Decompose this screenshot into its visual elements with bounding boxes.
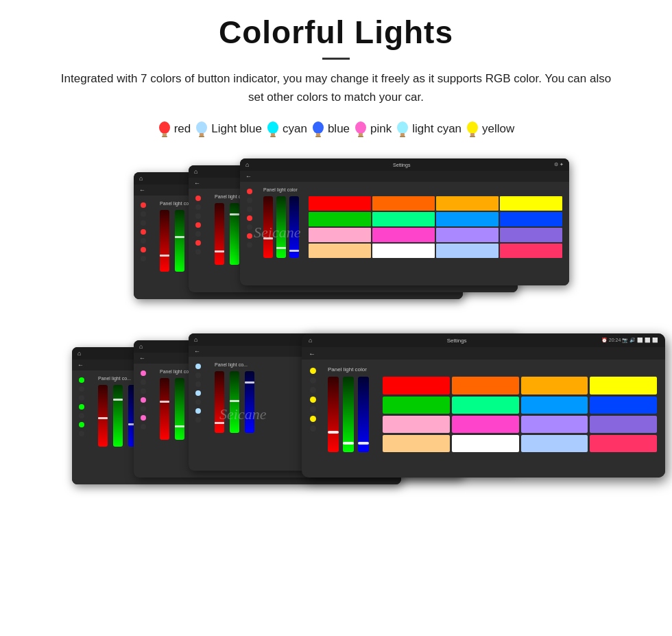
- device-3: ⌂ Settings ⚙ ✦ ← Panel light color: [240, 158, 569, 285]
- color-label-cyan: cyan: [283, 122, 307, 136]
- page-container: Colorful Lights Integrated with 7 colors…: [0, 0, 672, 529]
- svg-rect-16: [400, 133, 405, 136]
- description-text: Integrated with 7 colors of button indic…: [55, 69, 617, 106]
- page-title: Colorful Lights: [27, 14, 645, 51]
- color-item-lightblue: Light blue: [195, 120, 262, 138]
- svg-rect-10: [316, 133, 320, 136]
- svg-point-6: [267, 121, 278, 134]
- top-device-group: ⌂ Settings ⚙ ✦ ← Panel li: [27, 158, 590, 327]
- svg-rect-13: [359, 133, 363, 136]
- bulb-icon-pink: [354, 120, 368, 138]
- title-divider: [322, 58, 350, 60]
- svg-rect-1: [163, 133, 167, 136]
- svg-rect-11: [315, 136, 321, 137]
- color-label-yellow: yellow: [482, 122, 514, 136]
- svg-rect-5: [199, 136, 204, 137]
- svg-rect-7: [271, 133, 275, 136]
- color-label-red: red: [174, 122, 191, 136]
- svg-rect-8: [270, 136, 276, 137]
- bulb-icon-cyan: [266, 120, 280, 138]
- svg-rect-14: [358, 136, 363, 137]
- color-item-pink: pink: [354, 120, 392, 138]
- svg-point-3: [196, 121, 207, 134]
- color-item-yellow: yellow: [466, 120, 514, 138]
- bottom-device-group: ⌂ Settings ⚙ ✦ ← Panel light co...: [27, 333, 590, 502]
- svg-rect-2: [162, 136, 167, 137]
- bulb-icon-lightcyan: [396, 120, 409, 138]
- svg-rect-20: [470, 136, 475, 137]
- color-label-lightblue: Light blue: [211, 122, 262, 136]
- color-row: red Light blue cyan: [27, 120, 645, 138]
- svg-point-18: [467, 121, 478, 134]
- device-8: ⌂ Settings ⏰ 20:24 📷 🔊 ⬜ ⬜ ⬜ ← P: [302, 333, 665, 478]
- color-item-blue: blue: [311, 120, 350, 138]
- bulb-icon-lightblue: [195, 120, 208, 138]
- color-label-blue: blue: [328, 122, 350, 136]
- bulb-icon-blue: [311, 120, 325, 138]
- bulb-icon-red: [158, 120, 171, 138]
- svg-point-15: [397, 121, 408, 134]
- svg-point-12: [355, 121, 366, 134]
- color-item-lightcyan: light cyan: [396, 120, 461, 138]
- svg-point-0: [159, 121, 170, 134]
- color-label-lightcyan: light cyan: [412, 122, 461, 136]
- color-label-pink: pink: [370, 122, 392, 136]
- bulb-icon-yellow: [466, 120, 479, 138]
- color-item-cyan: cyan: [266, 120, 307, 138]
- color-item-red: red: [158, 120, 191, 138]
- svg-point-9: [313, 121, 324, 134]
- title-section: Colorful Lights Integrated with 7 colors…: [27, 14, 645, 106]
- svg-rect-19: [470, 133, 475, 136]
- svg-rect-17: [400, 136, 405, 137]
- svg-rect-4: [200, 133, 204, 136]
